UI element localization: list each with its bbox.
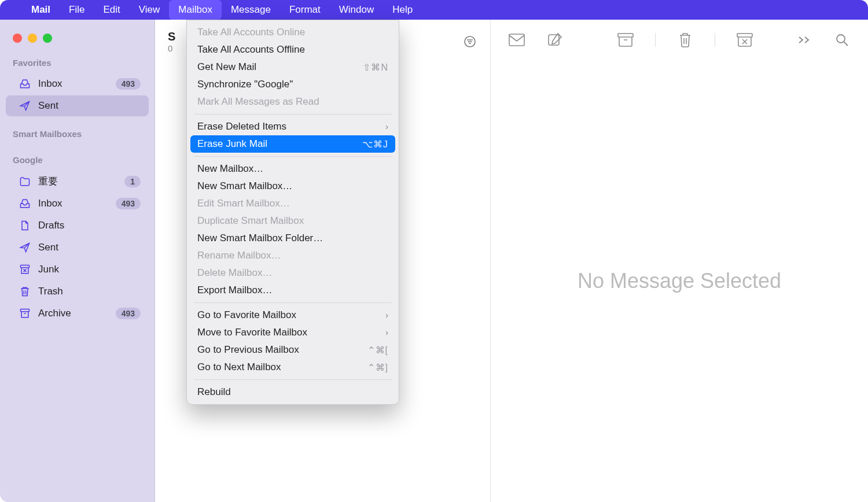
menu-item[interactable]: Get New Mail⇧⌘N (187, 58, 399, 76)
junk-icon[interactable] (736, 31, 753, 49)
menu-item[interactable]: Take All Accounts Offline (187, 41, 399, 58)
folder-icon (19, 175, 31, 188)
sidebar-item-badge: 1 (124, 176, 141, 187)
menu-item-label: Go to Previous Mailbox (197, 344, 299, 356)
menu-help[interactable]: Help (383, 0, 422, 20)
list-title: S (168, 30, 175, 43)
empty-state: No Message Selected (491, 60, 868, 502)
menu-item-label: Take All Accounts Offline (197, 44, 305, 56)
menu-item: Duplicate Smart Mailbox (187, 212, 399, 230)
sidebar-item-sent[interactable]: Sent (6, 237, 149, 258)
menu-item-label: Edit Smart Mailbox… (197, 198, 290, 209)
message-toolbar (491, 20, 868, 60)
menu-app[interactable]: Mail (22, 0, 60, 20)
menu-format[interactable]: Format (280, 0, 330, 20)
sidebar-item-sent[interactable]: Sent (6, 95, 149, 116)
menu-item-label: Take All Accounts Online (197, 27, 305, 38)
menu-item[interactable]: Go to Previous Mailbox⌃⌘[ (187, 341, 399, 359)
menu-item-label: Duplicate Smart Mailbox (197, 215, 304, 227)
menu-item[interactable]: Rebuild (187, 383, 399, 401)
menu-window[interactable]: Window (330, 0, 383, 20)
menu-item-label: Mark All Messages as Read (197, 96, 319, 108)
menu-item-label: New Smart Mailbox… (197, 180, 292, 192)
menu-item[interactable]: Synchronize "Google" (187, 76, 399, 93)
sidebar-item-label: 重要 (38, 175, 117, 188)
sidebar-section-label: Google (0, 152, 155, 169)
menu-item[interactable]: Move to Favorite Mailbox› (187, 324, 399, 341)
empty-state-text: No Message Selected (578, 269, 781, 293)
menu-item[interactable]: Go to Next Mailbox⌃⌘] (187, 359, 399, 376)
menu-edit[interactable]: Edit (94, 0, 129, 20)
menu-item-label: Synchronize "Google" (197, 79, 293, 90)
drafts-icon (19, 219, 31, 232)
menu-view[interactable]: View (130, 0, 170, 20)
menu-item[interactable]: Export Mailbox… (187, 282, 399, 299)
sidebar-section-label: Favorites (0, 54, 155, 72)
menu-item: Edit Smart Mailbox… (187, 195, 399, 212)
trash-icon (19, 285, 31, 298)
archive-icon (19, 307, 31, 320)
archive-icon[interactable] (617, 31, 634, 49)
chevron-right-icon: › (385, 122, 388, 131)
sidebar-item-inbox[interactable]: Inbox493 (6, 193, 149, 214)
zoom-window-button[interactable] (43, 34, 52, 43)
menu-item-label: Get New Mail (197, 61, 256, 73)
menu-item[interactable]: New Smart Mailbox Folder… (187, 230, 399, 247)
trash-icon[interactable] (676, 31, 694, 49)
search-icon[interactable] (833, 31, 851, 49)
list-subtitle: 0 (168, 43, 175, 53)
chevron-right-icon: › (385, 328, 388, 337)
inbox-icon (19, 77, 31, 90)
compose-icon[interactable] (546, 31, 564, 49)
toolbar-separator (715, 33, 715, 47)
menu-item[interactable]: Go to Favorite Mailbox› (187, 307, 399, 324)
svg-rect-17 (737, 34, 752, 37)
menu-separator (194, 156, 392, 157)
menu-mailbox[interactable]: Mailbox (169, 0, 222, 20)
window-controls (0, 29, 155, 54)
sent-icon (19, 99, 31, 112)
menu-item[interactable]: Erase Deleted Items› (187, 118, 399, 135)
junk-icon (19, 263, 31, 276)
close-window-button[interactable] (13, 34, 22, 43)
menu-item-label: New Mailbox… (197, 163, 263, 175)
sidebar-item-label: Trash (38, 286, 141, 297)
menu-item[interactable]: New Mailbox… (187, 160, 399, 178)
inbox-icon (19, 197, 31, 210)
sidebar-item-label: Drafts (38, 220, 141, 231)
sidebar-item-label: Inbox (38, 198, 109, 209)
sidebar-item-label: Sent (38, 100, 141, 112)
sidebar-item-重要[interactable]: 重要1 (6, 171, 149, 192)
sidebar-item-label: Inbox (38, 78, 109, 90)
menu-item[interactable]: New Smart Mailbox… (187, 178, 399, 195)
svg-rect-5 (21, 309, 30, 312)
menu-item-label: Go to Favorite Mailbox (197, 309, 296, 321)
menu-file[interactable]: File (60, 0, 94, 20)
sidebar-item-junk[interactable]: Junk (6, 259, 149, 280)
sidebar-item-trash[interactable]: Trash (6, 281, 149, 302)
sidebar-item-badge: 493 (116, 78, 141, 90)
filter-icon[interactable] (462, 34, 477, 49)
sidebar-item-badge: 493 (116, 308, 141, 319)
sidebar: FavoritesInbox493SentSmart MailboxesGoog… (0, 20, 155, 502)
envelope-icon[interactable] (508, 31, 525, 49)
sidebar-item-archive[interactable]: Archive493 (6, 303, 149, 324)
menu-separator (194, 379, 392, 380)
menu-item-label: Rename Mailbox… (197, 250, 281, 261)
mailbox-dropdown-menu: Take All Accounts OnlineTake All Account… (186, 20, 399, 405)
sidebar-item-drafts[interactable]: Drafts (6, 215, 149, 236)
sidebar-item-label: Junk (38, 264, 141, 275)
menu-item: Rename Mailbox… (187, 247, 399, 264)
menu-message[interactable]: Message (222, 0, 280, 20)
menu-item-label: Go to Next Mailbox (197, 361, 281, 373)
menu-item-shortcut: ⌥⌘J (362, 139, 388, 150)
svg-rect-2 (21, 265, 30, 268)
menu-item: Take All Accounts Online (187, 24, 399, 41)
menu-item[interactable]: Erase Junk Mail⌥⌘J (190, 135, 395, 153)
sidebar-item-label: Sent (38, 242, 141, 253)
overflow-icon[interactable] (795, 31, 812, 49)
sent-icon (19, 241, 31, 254)
sidebar-item-inbox[interactable]: Inbox493 (6, 73, 149, 94)
menu-item-label: New Smart Mailbox Folder… (197, 232, 323, 244)
minimize-window-button[interactable] (28, 34, 37, 43)
